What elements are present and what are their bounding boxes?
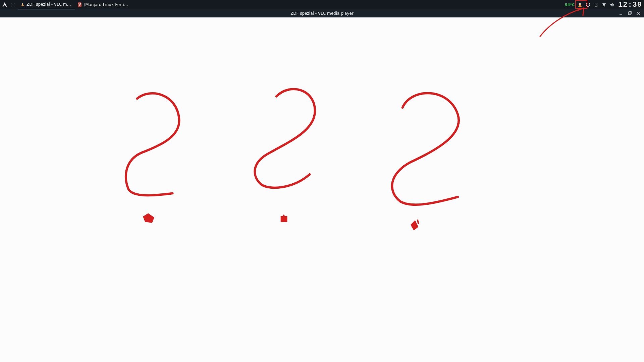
window-title: ZDF spezial - VLC media player (290, 11, 354, 16)
svg-rect-2 (21, 5, 23, 6)
window-titlebar[interactable]: ZDF spezial - VLC media player (0, 9, 488, 17)
taskbar-item-vlc[interactable]: ZDF spezial - VLC media pl… (18, 0, 75, 9)
taskbar-item-label: ZDF spezial - VLC media pl… (26, 2, 72, 7)
start-menu-button[interactable] (1, 1, 8, 8)
vlc-cone-icon (21, 2, 24, 7)
vivaldi-icon: V (78, 2, 82, 7)
taskbar-item-browser[interactable]: V [Manjaro-Linux-Forum - Ei… (75, 0, 132, 9)
svg-rect-1 (22, 4, 23, 5)
user-annotations (0, 17, 488, 274)
menu-dots-icon: ⋮⋮ (10, 3, 16, 7)
video-area[interactable] (0, 17, 488, 274)
taskbar-item-label: [Manjaro-Linux-Forum - Ei… (84, 2, 129, 7)
taskbar: ⋮⋮ ZDF spezial - VLC media pl… V [Manjar… (0, 0, 488, 9)
svg-rect-0 (22, 3, 23, 4)
arch-logo-icon (2, 2, 8, 8)
